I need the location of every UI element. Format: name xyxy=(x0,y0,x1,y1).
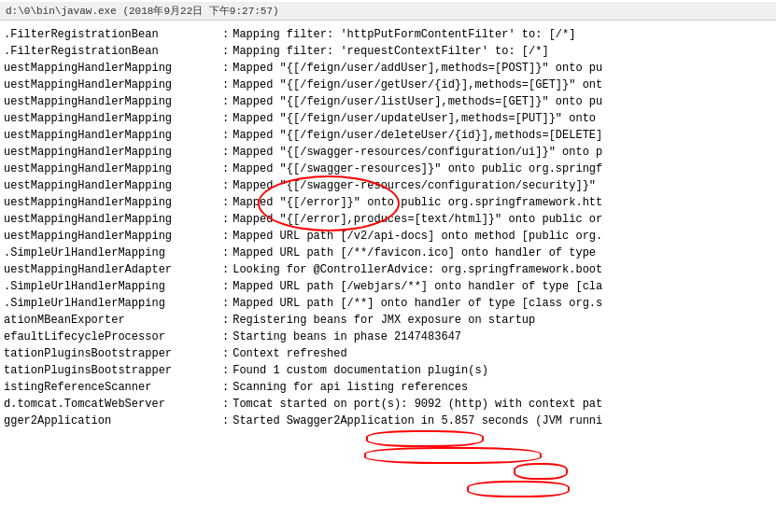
log-line: .SimpleUrlHandlerMapping : Mapped URL pa… xyxy=(4,278,772,295)
log-line: uestMappingHandlerMapping : Mapped "{[/f… xyxy=(4,77,772,93)
log-separator: : xyxy=(219,43,233,60)
log-separator: : xyxy=(219,144,233,161)
log-message: Found 1 custom documentation plugin(s) xyxy=(233,362,772,379)
log-line: .FilterRegistrationBean : Mapping filter… xyxy=(4,43,772,60)
seconds-circle-annotation xyxy=(467,481,570,497)
title-bar: d:\0\bin\javaw.exe (2018年9月22日 下午9:27:57… xyxy=(0,2,776,21)
plugin-circle-annotation xyxy=(366,430,484,447)
log-source: gger2Application xyxy=(4,413,219,429)
log-source: .SimpleUrlHandlerMapping xyxy=(4,295,219,312)
log-separator: : xyxy=(219,379,233,396)
log-message: Scanning for api listing references xyxy=(233,379,772,396)
log-source: .FilterRegistrationBean xyxy=(4,26,219,43)
log-line: uestMappingHandlerMapping : Mapped URL p… xyxy=(4,228,772,245)
log-message: Mapped "{[/feign/user/getUser/{id}],meth… xyxy=(233,77,772,93)
log-source: uestMappingHandlerMapping xyxy=(4,77,219,93)
log-message: Mapped "{[/feign/user/addUser],methods=[… xyxy=(233,60,772,77)
log-separator: : xyxy=(219,396,233,413)
log-message: Mapped "{[/error],produces=[text/html]}"… xyxy=(233,211,772,228)
log-source: .FilterRegistrationBean xyxy=(4,43,219,60)
log-source: .SimpleUrlHandlerMapping xyxy=(4,278,219,295)
title-text: d:\0\bin\javaw.exe (2018年9月22日 下午9:27:57… xyxy=(6,6,279,17)
log-line: uestMappingHandlerMapping : Mapped "{[/f… xyxy=(4,110,772,127)
log-separator: : xyxy=(219,295,233,312)
log-separator: : xyxy=(219,245,233,261)
log-separator: : xyxy=(219,211,233,228)
log-separator: : xyxy=(219,278,233,295)
log-source: uestMappingHandlerMapping xyxy=(4,228,219,245)
log-line: uestMappingHandlerMapping : Mapped "{[/e… xyxy=(4,211,772,228)
log-message: Mapped "{[/swagger-resources]}" onto pub… xyxy=(233,161,772,177)
log-message: Mapped "{[/swagger-resources/configurati… xyxy=(233,177,772,194)
log-separator: : xyxy=(219,413,233,429)
log-message: Mapped "{[/feign/user/deleteUser/{id}],m… xyxy=(233,127,772,144)
log-source: uestMappingHandlerMapping xyxy=(4,177,219,194)
log-source: ationMBeanExporter xyxy=(4,312,219,329)
log-line: uestMappingHandlerMapping : Mapped "{[/s… xyxy=(4,177,772,194)
log-source: d.tomcat.TomcatWebServer xyxy=(4,396,219,413)
log-separator: : xyxy=(219,127,233,144)
log-message: Mapped URL path [/webjars/**] onto handl… xyxy=(233,278,772,295)
log-source: uestMappingHandlerAdapter xyxy=(4,261,219,278)
log-line: uestMappingHandlerMapping : Mapped "{[/s… xyxy=(4,144,772,161)
log-line: .SimpleUrlHandlerMapping : Mapped URL pa… xyxy=(4,295,772,312)
log-line: d.tomcat.TomcatWebServer : Tomcat starte… xyxy=(4,396,772,413)
log-message: Started Swagger2Application in 5.857 sec… xyxy=(233,413,772,429)
log-message: Registering beans for JMX exposure on st… xyxy=(233,312,772,329)
console-window: d:\0\bin\javaw.exe (2018年9月22日 下午9:27:57… xyxy=(0,0,776,532)
log-separator: : xyxy=(219,228,233,245)
log-separator: : xyxy=(219,345,233,362)
log-source: uestMappingHandlerMapping xyxy=(4,194,219,211)
log-separator: : xyxy=(219,312,233,329)
log-source: .SimpleUrlHandlerMapping xyxy=(4,245,219,261)
log-line: uestMappingHandlerMapping : Mapped "{[/f… xyxy=(4,93,772,110)
log-message: Context refreshed xyxy=(233,345,772,362)
log-source: uestMappingHandlerMapping xyxy=(4,161,219,177)
log-separator: : xyxy=(219,26,233,43)
log-source: uestMappingHandlerMapping xyxy=(4,60,219,77)
log-separator: : xyxy=(219,110,233,127)
log-message: Mapped URL path [/**] onto handler of ty… xyxy=(233,295,772,312)
log-source: istingReferenceScanner xyxy=(4,379,219,396)
listing-circle-annotation xyxy=(364,447,542,464)
log-separator: : xyxy=(219,329,233,345)
log-separator: : xyxy=(219,60,233,77)
log-message: Mapped "{[/feign/user/listUser],methods=… xyxy=(233,93,772,110)
log-separator: : xyxy=(219,194,233,211)
log-line: tationPluginsBootstrapper : Context refr… xyxy=(4,345,772,362)
log-source: uestMappingHandlerMapping xyxy=(4,211,219,228)
log-source: tationPluginsBootstrapper xyxy=(4,345,219,362)
log-message: Mapping filter: 'requestContextFilter' t… xyxy=(233,43,772,60)
log-separator: : xyxy=(219,161,233,177)
log-separator: : xyxy=(219,362,233,379)
log-message: Mapped "{[/swagger-resources/configurati… xyxy=(233,144,772,161)
log-message: Mapped "{[/error]}" onto public org.spri… xyxy=(233,194,772,211)
log-source: tationPluginsBootstrapper xyxy=(4,362,219,379)
log-source: uestMappingHandlerMapping xyxy=(4,110,219,127)
port-circle-annotation xyxy=(514,463,568,480)
log-line: uestMappingHandlerMapping : Mapped "{[/s… xyxy=(4,161,772,177)
log-line: uestMappingHandlerMapping : Mapped "{[/f… xyxy=(4,127,772,144)
log-message: Mapped "{[/feign/user/updateUser],method… xyxy=(233,110,772,127)
log-source: uestMappingHandlerMapping xyxy=(4,144,219,161)
log-line: uestMappingHandlerMapping : Mapped "{[/f… xyxy=(4,60,772,77)
log-line: ationMBeanExporter : Registering beans f… xyxy=(4,312,772,329)
log-source: efaultLifecycleProcessor xyxy=(4,329,219,345)
log-separator: : xyxy=(219,93,233,110)
log-line: uestMappingHandlerMapping : Mapped "{[/e… xyxy=(4,194,772,211)
log-message: Mapping filter: 'httpPutFormContentFilte… xyxy=(233,26,772,43)
log-separator: : xyxy=(219,177,233,194)
log-separator: : xyxy=(219,77,233,93)
log-line: gger2Application : Started Swagger2Appli… xyxy=(4,413,772,429)
log-line: .FilterRegistrationBean : Mapping filter… xyxy=(4,26,772,43)
log-message: Looking for @ControllerAdvice: org.sprin… xyxy=(233,261,772,278)
log-line: istingReferenceScanner : Scanning for ap… xyxy=(4,379,772,396)
log-line: tationPluginsBootstrapper : Found 1 cust… xyxy=(4,362,772,379)
log-line: .SimpleUrlHandlerMapping : Mapped URL pa… xyxy=(4,245,772,261)
log-separator: : xyxy=(219,261,233,278)
log-message: Starting beans in phase 2147483647 xyxy=(233,329,772,345)
log-line: efaultLifecycleProcessor : Starting bean… xyxy=(4,329,772,345)
log-line: uestMappingHandlerAdapter : Looking for … xyxy=(4,261,772,278)
log-message: Mapped URL path [/**/favicon.ico] onto h… xyxy=(233,245,772,261)
log-message: Tomcat started on port(s): 9092 (http) w… xyxy=(233,396,772,413)
